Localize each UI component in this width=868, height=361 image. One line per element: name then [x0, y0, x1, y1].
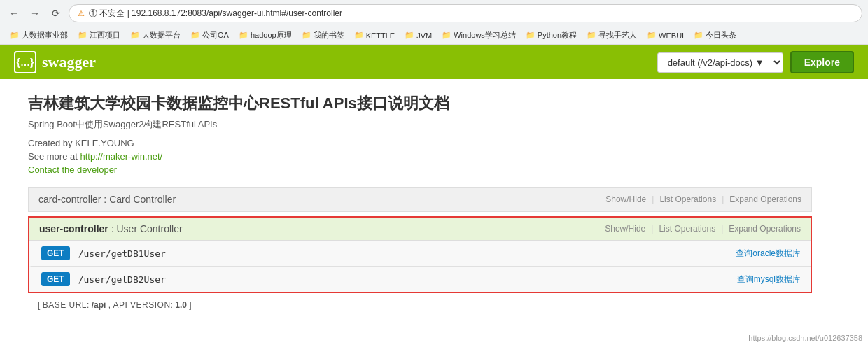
- contact-link[interactable]: Contact the developer: [28, 164, 117, 175]
- folder-icon: 📁: [10, 31, 20, 40]
- bookmark-oa[interactable]: 📁 公司OA: [186, 29, 233, 42]
- bookmark-webui[interactable]: 📁 WEBUI: [643, 29, 688, 41]
- bookmark-jiangxi[interactable]: 📁 江西项目: [74, 29, 125, 42]
- url-text: ① 不安全 | 192.168.8.172:8083/api/swagger-u…: [89, 8, 342, 20]
- api-title: 吉林建筑大学校园卡数据监控中心RESTful APIs接口说明文档: [28, 93, 812, 114]
- swagger-logo-text: swagger: [42, 53, 96, 71]
- folder-icon: 📁: [130, 31, 140, 40]
- nav-bar: ← → ⟳ ⚠ ① 不安全 | 192.168.8.172:8083/api/s…: [0, 0, 868, 27]
- user-controller-header[interactable]: user-controller : User Controller Show/H…: [29, 218, 811, 241]
- folder-icon: 📁: [190, 31, 200, 40]
- bookmarks-bar: 📁 大数据事业部 📁 江西项目 📁 大数据平台 📁 公司OA 📁 hadoop原…: [0, 27, 868, 45]
- footer-credit: https://blog.csdn.net/u012637358: [748, 334, 862, 342]
- card-controller-title: card-controller : Card Controller: [38, 194, 176, 205]
- lock-icon: ⚠: [78, 9, 85, 18]
- api-subtitle: Spring Boot中使用Swagger2构建RESTful APIs: [28, 118, 812, 131]
- api-path: /user/getDB2User: [78, 274, 166, 285]
- folder-icon: 📁: [239, 31, 248, 40]
- method-badge-get: GET: [41, 246, 70, 260]
- base-url-value: /api: [92, 300, 106, 310]
- bookmark-craftsmen[interactable]: 📁 寻找手艺人: [582, 29, 641, 42]
- user-controller-actions: Show/Hide | List Operations | Expand Ope…: [605, 224, 801, 234]
- bookmark-label: JVM: [416, 31, 432, 40]
- user-controller-section: user-controller : User Controller Show/H…: [28, 216, 812, 293]
- footer: https://blog.csdn.net/u012637358: [0, 331, 868, 345]
- card-controller-display: Card Controller: [109, 194, 176, 205]
- api-path: /user/getDB1User: [78, 248, 166, 259]
- bookmark-label: KETTLE: [366, 31, 396, 40]
- user-list-operations[interactable]: List Operations: [659, 224, 715, 234]
- contact: Contact the developer: [28, 164, 812, 175]
- bookmark-label: hadoop原理: [251, 30, 292, 41]
- card-controller-name: card-controller: [38, 194, 101, 205]
- api-description[interactable]: 查询mysql数据库: [737, 274, 801, 285]
- bookmark-platform[interactable]: 📁 大数据平台: [126, 29, 185, 42]
- see-more: See more at http://maker-win.net/: [28, 151, 812, 162]
- api-description[interactable]: 查询oracle数据库: [736, 248, 801, 260]
- bookmark-label: 公司OA: [202, 30, 229, 41]
- api-row-left: GET /user/getDB1User: [41, 246, 166, 260]
- browser-chrome: ← → ⟳ ⚠ ① 不安全 | 192.168.8.172:8083/api/s…: [0, 0, 868, 45]
- user-controller-title: user-controller : User Controller: [39, 223, 183, 234]
- api-row-getdb1user[interactable]: GET /user/getDB1User 查询oracle数据库: [29, 241, 811, 267]
- bookmark-bigdata[interactable]: 📁 大数据事业部: [6, 29, 72, 42]
- user-show-hide[interactable]: Show/Hide: [605, 224, 645, 234]
- bookmark-label: 江西项目: [90, 30, 120, 41]
- api-version-value: 1.0: [175, 300, 187, 310]
- bookmark-jvm[interactable]: 📁 JVM: [400, 29, 436, 41]
- reload-button[interactable]: ⟳: [48, 5, 64, 22]
- see-more-link[interactable]: http://maker-win.net/: [80, 151, 162, 162]
- base-url-bar: [ BASE URL: /api , API VERSION: 1.0 ]: [28, 293, 812, 317]
- bookmark-label: Python教程: [538, 30, 577, 41]
- explore-button[interactable]: Explore: [790, 51, 854, 73]
- card-expand-operations[interactable]: Expand Operations: [729, 194, 802, 204]
- bookmark-windows[interactable]: 📁 Windows学习总结: [438, 29, 520, 42]
- address-bar[interactable]: ⚠ ① 不安全 | 192.168.8.172:8083/api/swagger…: [69, 4, 862, 22]
- bookmark-label: 我的书签: [314, 30, 344, 41]
- bookmark-mybooks[interactable]: 📁 我的书签: [298, 29, 349, 42]
- logo-braces: {…}: [17, 57, 34, 68]
- bookmark-label: 今日头条: [706, 30, 736, 41]
- bookmark-python[interactable]: 📁 Python教程: [522, 29, 581, 42]
- folder-icon: 📁: [442, 31, 451, 40]
- bookmark-label: 大数据平台: [142, 30, 181, 41]
- user-expand-operations[interactable]: Expand Operations: [729, 224, 801, 234]
- swagger-logo-icon: {…}: [14, 51, 36, 73]
- bookmark-label: WEBUI: [659, 31, 684, 40]
- main-content: 吉林建筑大学校园卡数据监控中心RESTful APIs接口说明文档 Spring…: [0, 79, 840, 331]
- forward-button[interactable]: →: [27, 5, 43, 22]
- api-row-getdb2user[interactable]: GET /user/getDB2User 查询mysql数据库: [29, 267, 811, 292]
- card-controller-actions: Show/Hide | List Operations | Expand Ope…: [606, 194, 802, 204]
- folder-icon: 📁: [647, 31, 657, 40]
- swagger-header: {…} swagger default (/v2/api-docs) ▼ Exp…: [0, 45, 868, 79]
- folder-icon: 📁: [526, 31, 536, 40]
- base-url-label: BASE URL: [43, 300, 87, 310]
- card-controller-section: card-controller : Card Controller Show/H…: [28, 187, 812, 212]
- card-show-hide[interactable]: Show/Hide: [606, 194, 646, 204]
- card-controller-header[interactable]: card-controller : Card Controller Show/H…: [29, 188, 811, 211]
- swagger-header-right: default (/v2/api-docs) ▼ Explore: [657, 51, 854, 73]
- bookmark-label: 寻找手艺人: [598, 30, 637, 41]
- folder-icon: 📁: [694, 31, 704, 40]
- bookmark-toutiao[interactable]: 📁 今日头条: [690, 29, 741, 42]
- folder-icon: 📁: [78, 31, 88, 40]
- card-list-operations[interactable]: List Operations: [659, 194, 716, 204]
- folder-icon: 📁: [354, 31, 364, 40]
- folder-icon: 📁: [405, 31, 414, 40]
- api-select[interactable]: default (/v2/api-docs) ▼: [657, 52, 783, 73]
- bookmark-label: Windows学习总结: [454, 30, 516, 41]
- api-row-left: GET /user/getDB2User: [41, 272, 166, 286]
- bookmark-label: 大数据事业部: [22, 30, 68, 41]
- user-controller-display: User Controller: [116, 223, 182, 234]
- method-badge-get: GET: [41, 272, 70, 286]
- created-by: Created by KELE.YOUNG: [28, 138, 812, 148]
- api-version-label: API VERSION: [113, 300, 170, 310]
- bookmark-hadoop[interactable]: 📁 hadoop原理: [234, 29, 296, 42]
- user-controller-name: user-controller: [39, 223, 108, 234]
- swagger-logo: {…} swagger: [14, 51, 96, 73]
- folder-icon: 📁: [302, 31, 312, 40]
- folder-icon: 📁: [587, 31, 596, 40]
- back-button[interactable]: ←: [6, 5, 22, 22]
- bookmark-kettle[interactable]: 📁 KETTLE: [350, 29, 400, 41]
